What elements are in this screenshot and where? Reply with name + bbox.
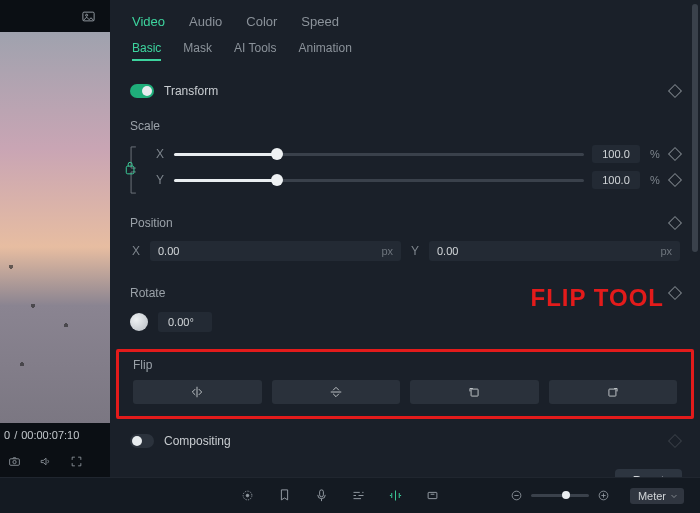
chevron-down-icon xyxy=(668,490,680,502)
snapshot-icon[interactable] xyxy=(8,455,21,468)
tab-video[interactable]: Video xyxy=(132,8,165,35)
compositing-label: Compositing xyxy=(164,434,231,448)
scale-y-slider[interactable] xyxy=(174,179,584,182)
svg-rect-6 xyxy=(609,389,616,396)
timeline-toolbar: Meter xyxy=(0,477,700,513)
enhance-icon[interactable] xyxy=(388,488,403,503)
meter-dropdown[interactable]: Meter xyxy=(630,488,684,504)
flip-label: Flip xyxy=(133,358,677,372)
svg-rect-9 xyxy=(320,490,324,497)
svg-point-8 xyxy=(246,494,249,497)
compositing-toggle[interactable] xyxy=(130,434,154,448)
subtab-animation[interactable]: Animation xyxy=(298,41,351,61)
tab-color[interactable]: Color xyxy=(246,8,277,35)
rotate-cw-button[interactable] xyxy=(549,380,678,404)
position-x-input[interactable]: 0.00px xyxy=(150,241,401,261)
svg-rect-2 xyxy=(10,459,20,466)
keyframe-icon[interactable] xyxy=(668,173,682,187)
marker-icon[interactable] xyxy=(277,488,292,503)
zoom-control[interactable] xyxy=(510,489,610,502)
subtab-ai-tools[interactable]: AI Tools xyxy=(234,41,276,61)
adjust-icon[interactable] xyxy=(351,488,366,503)
transform-label: Transform xyxy=(164,84,218,98)
scale-label: Scale xyxy=(130,119,680,133)
volume-icon[interactable] xyxy=(39,455,52,468)
position-label: Position xyxy=(130,216,173,230)
flip-vertical-button[interactable] xyxy=(272,380,401,404)
scale-y-value[interactable]: 100.0 xyxy=(592,171,640,189)
keyframe-icon[interactable] xyxy=(668,216,682,230)
scrollbar[interactable] xyxy=(692,4,698,417)
video-preview[interactable] xyxy=(0,32,110,423)
fullscreen-icon[interactable] xyxy=(70,455,83,468)
svg-point-1 xyxy=(86,14,88,16)
svg-rect-10 xyxy=(428,492,437,498)
svg-rect-5 xyxy=(471,389,478,396)
mic-icon[interactable] xyxy=(314,488,329,503)
position-y-input[interactable]: 0.00px xyxy=(429,241,680,261)
subtab-mask[interactable]: Mask xyxy=(183,41,212,61)
annotation-flip-tool: FLIP TOOL xyxy=(531,284,664,312)
image-inspector-icon[interactable] xyxy=(81,9,96,24)
reset-button[interactable]: Reset xyxy=(615,469,682,477)
keyframe-icon[interactable] xyxy=(668,286,682,300)
crop-icon[interactable] xyxy=(425,488,440,503)
svg-rect-4 xyxy=(126,166,134,174)
keyframe-icon[interactable] xyxy=(668,434,682,448)
scale-y-axis: Y xyxy=(154,173,166,187)
subtab-basic[interactable]: Basic xyxy=(132,41,161,61)
scale-x-slider[interactable] xyxy=(174,153,584,156)
transform-toggle[interactable] xyxy=(130,84,154,98)
zoom-out-icon[interactable] xyxy=(510,489,523,502)
playhead-time: 0 / 00:00:07:10 xyxy=(4,429,106,441)
rotate-value[interactable]: 0.00° xyxy=(158,312,212,332)
rotate-label: Rotate xyxy=(130,286,165,300)
rotate-ccw-button[interactable] xyxy=(410,380,539,404)
flip-horizontal-button[interactable] xyxy=(133,380,262,404)
tab-speed[interactable]: Speed xyxy=(301,8,339,35)
scale-x-value[interactable]: 100.0 xyxy=(592,145,640,163)
scale-x-axis: X xyxy=(154,147,166,161)
tab-audio[interactable]: Audio xyxy=(189,8,222,35)
keyframe-icon[interactable] xyxy=(668,84,682,98)
zoom-in-icon[interactable] xyxy=(597,489,610,502)
rotate-dial[interactable] xyxy=(130,313,148,331)
lock-aspect-icon[interactable] xyxy=(124,145,142,195)
keyframe-icon[interactable] xyxy=(668,147,682,161)
inspector-panel: Video Audio Color Speed Basic Mask AI To… xyxy=(110,0,700,477)
svg-point-3 xyxy=(13,460,16,463)
record-icon[interactable] xyxy=(240,488,255,503)
flip-highlight-box: Flip xyxy=(116,349,694,419)
